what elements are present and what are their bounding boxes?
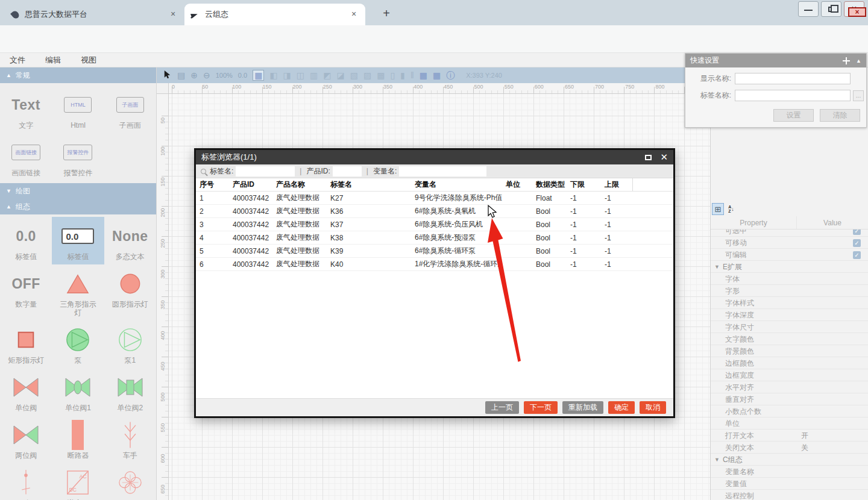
palette-item[interactable]: 车手 xyxy=(104,416,156,463)
palette-item[interactable]: 矩形指示灯 xyxy=(0,320,52,368)
collapse-icon[interactable]: ▲ xyxy=(856,58,861,64)
property-row[interactable]: 字体尺寸 xyxy=(711,321,868,333)
restore-button[interactable] xyxy=(821,1,841,17)
palette-item[interactable]: 单位阀 xyxy=(0,368,52,416)
same-width-icon[interactable]: ▩ xyxy=(377,70,385,80)
property-row[interactable]: 字体 xyxy=(711,273,868,285)
property-row[interactable]: 单位 xyxy=(711,417,868,430)
palette-item[interactable]: 泵 xyxy=(52,320,104,368)
close-icon[interactable]: ✕ xyxy=(660,152,668,163)
property-group[interactable]: ▼E扩展 xyxy=(711,261,868,273)
palette-item[interactable]: 三角形指示灯 xyxy=(52,264,104,320)
align-right-icon[interactable]: ◩ xyxy=(323,70,331,80)
prev-page-button[interactable]: 上一页 xyxy=(485,401,519,414)
reload-button[interactable]: 重新加载 xyxy=(562,401,603,414)
tag-value-icon[interactable]: ▦ xyxy=(420,70,427,80)
property-row[interactable]: 垂直对齐 xyxy=(711,393,868,405)
display-name-input[interactable] xyxy=(735,73,851,84)
align-top-icon[interactable]: ◪ xyxy=(337,70,345,80)
property-row[interactable]: 打开文本开 xyxy=(711,430,868,442)
palette-item[interactable]: 单位阀1 xyxy=(52,368,104,416)
set-button[interactable]: 设置 xyxy=(773,109,814,122)
property-row[interactable]: 关闭文本关 xyxy=(711,442,868,454)
palette-item[interactable]: 泵1 xyxy=(104,320,156,368)
palette-item[interactable]: 0.0标签值 xyxy=(52,217,104,264)
distribute-v-icon[interactable]: ‖ xyxy=(410,70,414,80)
menu-view[interactable]: 视图 xyxy=(81,55,96,66)
property-row[interactable]: 可编辑✓ xyxy=(711,249,868,261)
palette-item[interactable]: 圆形指示灯 xyxy=(104,264,156,320)
palette-item[interactable]: 画面链接画面链接 xyxy=(0,133,52,181)
tag-name-filter-input[interactable] xyxy=(236,166,295,177)
palette-item[interactable]: ACDC逆变器 xyxy=(52,463,104,500)
minimize-button[interactable] xyxy=(798,1,819,17)
menu-edit[interactable]: 编辑 xyxy=(45,55,61,66)
palette-item[interactable]: RT xyxy=(104,463,156,500)
palette-item[interactable]: 报警控件报警控件 xyxy=(52,133,104,181)
clear-button[interactable]: 清除 xyxy=(820,109,860,122)
palette-item[interactable]: OFF数字量 xyxy=(0,264,52,320)
property-row[interactable]: 变量值 xyxy=(711,478,868,490)
tab-close-icon[interactable]: × xyxy=(168,9,178,20)
palette-item[interactable]: 子画面子画面 xyxy=(104,86,156,133)
info-icon[interactable]: ⓘ xyxy=(446,70,454,80)
distribute-h-icon[interactable]: ▮ xyxy=(400,70,405,80)
tab-close-icon[interactable]: × xyxy=(348,9,359,20)
table-row[interactable]: 5400037442废气处理数据K396#除臭系统-循环泵Bool-1-1 xyxy=(196,245,673,258)
palette-item[interactable]: None多态文本 xyxy=(104,217,156,264)
palette-section-header[interactable]: ▲组态 xyxy=(0,199,156,214)
new-tab-button[interactable]: + xyxy=(379,6,394,22)
maximize-icon[interactable] xyxy=(645,155,652,160)
save-icon[interactable]: ▤ xyxy=(177,70,185,80)
property-row[interactable]: 边框颜色 xyxy=(711,357,868,369)
next-page-button[interactable]: 下一页 xyxy=(524,401,558,414)
tag-name-input[interactable] xyxy=(735,90,851,101)
menu-file[interactable]: 文件 xyxy=(10,55,25,66)
palette-item[interactable]: 两位阀 xyxy=(0,416,52,463)
categorized-view-button[interactable]: ⊞ xyxy=(712,203,724,215)
property-row[interactable]: 可移动✓ xyxy=(711,237,868,249)
property-row[interactable]: 水平对齐 xyxy=(711,381,868,393)
property-row[interactable]: 字形 xyxy=(711,285,868,297)
move-icon[interactable] xyxy=(843,57,850,64)
same-height-icon[interactable]: ▯ xyxy=(390,70,395,80)
property-row[interactable]: 变量名称 xyxy=(711,466,868,478)
tag-browser-icon[interactable]: ▦ xyxy=(433,70,441,80)
zoom-in-icon[interactable]: ⊕ xyxy=(190,70,198,80)
quick-settings-header[interactable]: 快速设置 ▲ xyxy=(685,54,866,67)
palette-item[interactable]: 断路器 xyxy=(52,416,104,463)
dialog-title-bar[interactable]: 标签浏览器(1/1) ✕ xyxy=(196,150,673,164)
variable-name-filter-input[interactable] xyxy=(399,166,486,177)
table-row[interactable]: 6400037442废气处理数据K401#化学洗涤除臭系统-循环泵Bool-1-… xyxy=(196,258,673,271)
table-row[interactable]: 1400037442废气处理数据K279号化学洗涤除臭系统-Ph值Float-1… xyxy=(196,192,673,205)
grid-toggle-icon[interactable]: ▦ xyxy=(253,70,264,81)
palette-item[interactable]: HTMLHtml xyxy=(52,86,104,133)
property-row[interactable]: 远程控制 xyxy=(711,490,868,500)
property-row[interactable]: 小数点个数 xyxy=(711,405,868,417)
palette-section-header[interactable]: ▲常规 xyxy=(0,67,156,83)
confirm-button[interactable]: 确定 xyxy=(608,401,635,414)
cancel-button[interactable]: 取消 xyxy=(640,401,666,414)
palette-item[interactable]: 单位阀2 xyxy=(104,368,156,416)
palette-item[interactable]: Text文字 xyxy=(0,86,52,133)
property-row[interactable]: 字体深度 xyxy=(711,309,868,321)
select-cursor-icon[interactable] xyxy=(163,70,172,81)
zoom-out-icon[interactable]: ⊖ xyxy=(203,70,210,80)
sort-az-button[interactable]: AZ↓ xyxy=(725,203,737,215)
property-group[interactable]: ▼C组态 xyxy=(711,454,868,466)
property-row[interactable]: 背景颜色 xyxy=(711,345,868,357)
tab-cloud-scada[interactable]: 云组态 × xyxy=(184,4,365,25)
table-row[interactable]: 4400037442废气处理数据K386#除臭系统-预湿泵Bool-1-1 xyxy=(196,231,673,245)
align-center-icon[interactable]: ▥ xyxy=(310,70,318,80)
palette-item[interactable]: 刀闸 xyxy=(0,463,52,500)
property-row[interactable]: 边框宽度 xyxy=(711,369,868,381)
close-button[interactable]: × × xyxy=(844,1,864,17)
palette-section-header[interactable]: ▼绘图 xyxy=(0,183,156,199)
align-bottom-icon[interactable]: ▨ xyxy=(363,70,371,80)
table-row[interactable]: 3400037442废气处理数据K376#除臭系统-负压风机Bool-1-1 xyxy=(196,218,673,231)
palette-item[interactable]: 0.0标签值 xyxy=(0,217,52,264)
align-middle-icon[interactable]: ▧ xyxy=(350,70,358,80)
browse-tags-button[interactable]: ... xyxy=(853,90,864,101)
table-row[interactable]: 2400037442废气处理数据K366#除臭系统-臭氧机Bool-1-1 xyxy=(196,205,673,218)
product-id-filter-input[interactable] xyxy=(333,166,362,177)
